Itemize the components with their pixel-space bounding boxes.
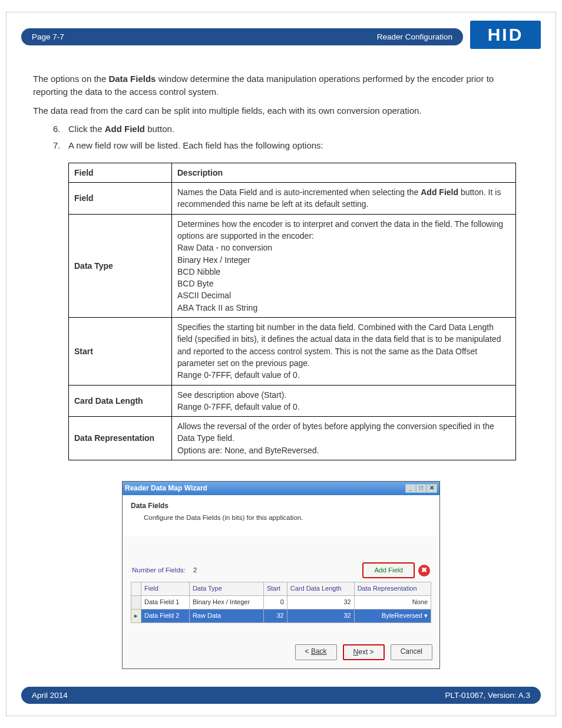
grid-column-cdl[interactable]: Card Data Length	[287, 582, 354, 596]
add-field-controls: Add Field ✖	[362, 562, 430, 578]
close-icon[interactable]: ✕	[427, 484, 437, 493]
wizard-topline: Number of Fields: 2 Add Field ✖	[132, 562, 430, 578]
number-of-fields-label: Number of Fields: 2	[132, 565, 197, 575]
wizard-header: Data Fields Configure the Data Fields (i…	[123, 495, 439, 536]
row-description: Names the Data Field and is auto-increme…	[172, 183, 516, 215]
page-number-label: Page 7-7	[32, 32, 64, 41]
row-label: Data Representation	[69, 417, 172, 460]
next-label: Next >	[353, 648, 374, 656]
document-content: The options on the Data Fields window de…	[6, 49, 556, 681]
cell-start[interactable]: 0	[263, 596, 287, 610]
text-run: Names the Data Field and is auto-increme…	[177, 187, 421, 197]
step-list: 6. Click the Add Field button. 7. A new …	[33, 123, 529, 152]
text-line: ASCII Decimal	[177, 289, 510, 301]
indicator-column-header	[131, 582, 141, 596]
wizard-subheading: Configure the Data Fields (in bits) for …	[131, 513, 431, 523]
cell-start[interactable]: 32	[263, 609, 287, 622]
row-label: Card Data Length	[69, 385, 172, 417]
table-header-row: Field Description	[69, 163, 516, 182]
text-line: Specifies the starting bit number in the…	[177, 321, 510, 369]
wizard-title: Reader Data Map Wizard	[125, 483, 207, 493]
delete-field-button[interactable]: ✖	[418, 565, 430, 577]
back-label: Back	[311, 647, 327, 655]
hid-logo-text: HID	[488, 25, 524, 45]
add-field-button[interactable]: Add Field	[362, 562, 415, 578]
cell-field[interactable]: Data Field 1	[141, 596, 190, 610]
column-header-description: Description	[172, 163, 516, 182]
grid-column-datatype[interactable]: Data Type	[189, 582, 263, 596]
grid-row-1[interactable]: Data Field 1 Binary Hex / Integer 0 32 N…	[131, 596, 431, 610]
text-line: Range 0-7FFF, default value of 0.	[177, 369, 510, 381]
label-text: Number of Fields:	[132, 566, 186, 574]
table-row: Start Specifies the starting bit number …	[69, 318, 516, 385]
number-of-fields-value: 2	[193, 566, 197, 574]
table-row: Data Type Determines how the encoder is …	[69, 214, 516, 317]
row-description: Allows the reversal of the order of byte…	[172, 417, 516, 460]
wizard-titlebar[interactable]: Reader Data Map Wizard _ □ ✕	[123, 482, 439, 495]
cell-cdl[interactable]: 32	[287, 596, 354, 610]
grid-column-rep[interactable]: Data Representation	[354, 582, 431, 596]
section-title-label: Reader Configuration	[377, 32, 452, 41]
wizard-window: Reader Data Map Wizard _ □ ✕ Data Fields…	[122, 481, 440, 669]
intro-paragraph-1: The options on the Data Fields window de…	[33, 73, 529, 98]
text-line: Options are: None, and ByteReversed.	[177, 444, 510, 456]
row-description: Specifies the starting bit number in the…	[172, 318, 516, 385]
table-row: Card Data Length See description above (…	[69, 385, 516, 417]
grid-header-row: Field Data Type Start Card Data Length D…	[131, 582, 431, 596]
lt-glyph: <	[305, 647, 311, 655]
text-run: Click the	[68, 124, 105, 134]
intro-paragraph-2: The data read from the card can be split…	[33, 104, 529, 117]
row-indicator	[131, 596, 141, 610]
text-line: Binary Hex / Integer	[177, 254, 510, 266]
text-line: BCD Byte	[177, 278, 510, 289]
wizard-body: Number of Fields: 2 Add Field ✖ Field Da…	[123, 536, 439, 628]
row-indicator: ▸	[131, 609, 141, 622]
table-row: Field Names the Data Field and is auto-i…	[69, 183, 516, 215]
grid-row-2-selected[interactable]: ▸ Data Field 2 Raw Data 32 32 ByteRevers…	[131, 609, 431, 622]
footer-version: PLT-01067, Version: A.3	[445, 691, 530, 700]
header-pill: Page 7-7 Reader Configuration	[21, 28, 463, 45]
cancel-button[interactable]: Cancel	[391, 644, 432, 660]
back-button[interactable]: < Back	[295, 644, 337, 660]
grid-column-field[interactable]: Field	[141, 582, 190, 596]
column-header-field: Field	[69, 163, 172, 182]
text-line: Determines how the encoder is to interpr…	[177, 218, 510, 242]
cell-rep[interactable]: None	[354, 596, 431, 610]
page-frame: Page 7-7 Reader Configuration HID The op…	[6, 12, 556, 716]
text-line: ABA Track II as String	[177, 302, 510, 314]
row-label: Field	[69, 183, 172, 215]
row-description: Determines how the encoder is to interpr…	[172, 214, 516, 317]
hid-logo: HID	[470, 21, 541, 49]
page-footer: April 2014 PLT-01067, Version: A.3	[21, 687, 541, 704]
text-line: See description above (Start).	[177, 389, 510, 401]
step-6: 6. Click the Add Field button.	[68, 123, 529, 136]
field-description-table: Field Description Field Names the Data F…	[68, 163, 516, 460]
maximize-icon[interactable]: □	[416, 484, 427, 493]
step-number: 7.	[53, 139, 61, 152]
text-line: Allows the reversal of the order of byte…	[177, 420, 510, 444]
cell-cdl[interactable]: 32	[287, 609, 354, 622]
table-row: Data Representation Allows the reversal …	[69, 417, 516, 460]
cell-rep-dropdown[interactable]: ByteReversed ▾	[354, 609, 431, 622]
minimize-icon[interactable]: _	[405, 484, 416, 493]
text-run: button.	[145, 124, 174, 134]
text-run: A new field row will be listed. Each fie…	[68, 140, 323, 150]
text-line: Range 0-7FFF, default value of 0.	[177, 401, 510, 413]
grid-column-start[interactable]: Start	[263, 582, 287, 596]
text-run: The options on the	[33, 74, 108, 84]
cell-datatype[interactable]: Raw Data	[189, 609, 263, 622]
cell-datatype[interactable]: Binary Hex / Integer	[189, 596, 263, 610]
row-label: Start	[69, 318, 172, 385]
footer-date: April 2014	[32, 691, 68, 700]
cell-field[interactable]: Data Field 2	[141, 609, 190, 622]
bold-term: Add Field	[105, 124, 145, 134]
wizard-footer: < Back Next > Cancel	[123, 629, 439, 668]
step-7: 7. A new field row will be listed. Each …	[68, 139, 529, 152]
step-number: 6.	[53, 123, 61, 136]
row-label: Data Type	[69, 214, 172, 317]
page-header: Page 7-7 Reader Configuration HID	[21, 24, 541, 49]
bold-term: Data Fields	[108, 74, 156, 84]
next-button[interactable]: Next >	[343, 644, 385, 660]
data-fields-grid[interactable]: Field Data Type Start Card Data Length D…	[131, 582, 431, 623]
row-description: See description above (Start). Range 0-7…	[172, 385, 516, 417]
